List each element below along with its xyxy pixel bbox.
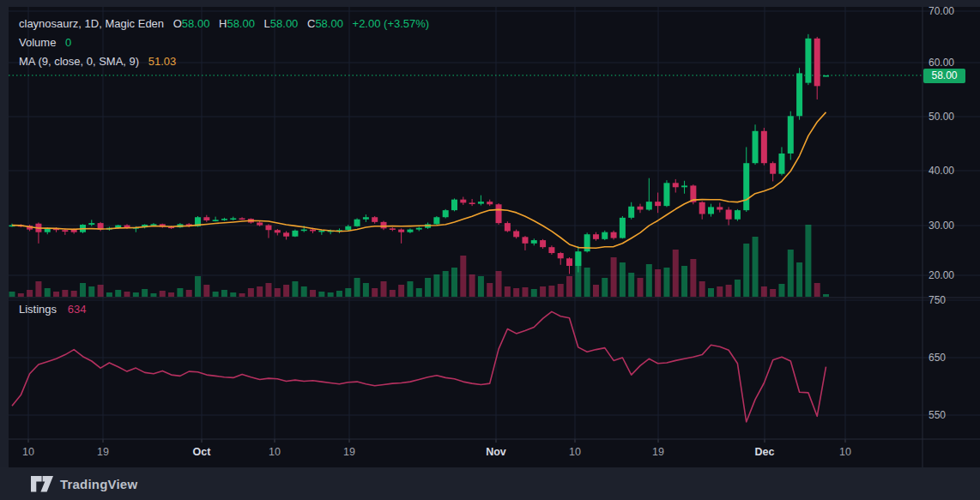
tradingview-brand[interactable]: TradingView	[60, 477, 137, 491]
volume-bar	[80, 283, 86, 297]
volume-bar	[540, 286, 546, 297]
time-tick-label: Nov	[486, 446, 506, 458]
candle-body	[663, 183, 669, 206]
candle-body	[451, 200, 457, 210]
volume-bar	[602, 278, 608, 297]
candle-body	[646, 202, 652, 209]
volume-value: 0	[65, 36, 71, 49]
volume-bar	[761, 286, 767, 297]
time-tick-label: 10	[839, 446, 851, 458]
volume-bar	[433, 274, 439, 297]
candle-body	[487, 202, 493, 204]
candle-body	[203, 217, 209, 220]
volume-bar	[796, 262, 802, 297]
volume-bar	[239, 293, 245, 297]
high-label: H	[219, 17, 227, 30]
volume-bar	[248, 288, 254, 297]
candle-body	[708, 207, 714, 214]
volume-bar	[407, 281, 413, 297]
volume-row[interactable]: Volume 0	[19, 33, 429, 52]
volume-bar	[460, 256, 466, 297]
time-tick-label: 19	[97, 446, 109, 458]
price-tick-label: 550	[929, 409, 946, 421]
volume-bar	[513, 288, 519, 297]
close-label: C	[307, 17, 315, 30]
high-value: 58.00	[227, 17, 255, 30]
volume-bar	[638, 278, 644, 297]
candle-body	[381, 222, 387, 228]
symbol-legend[interactable]: claynosaurz, 1D, Magic Eden O58.00 H58.0…	[19, 15, 429, 71]
tradingview-logo-icon[interactable]	[31, 476, 53, 492]
candle-body	[443, 210, 449, 217]
volume-bar	[487, 283, 493, 297]
volume-bar	[160, 291, 166, 297]
candle-body	[566, 258, 572, 266]
volume-bar	[310, 290, 316, 297]
candle-body	[513, 231, 519, 237]
candle-body	[407, 230, 413, 232]
candle-body	[620, 218, 626, 238]
ma-row[interactable]: MA (9, close, 0, SMA, 9) 51.03	[19, 52, 429, 71]
price-tick-label: 20.00	[929, 269, 954, 281]
candle-body	[372, 217, 378, 222]
volume-bar	[221, 290, 227, 297]
symbol-row[interactable]: claynosaurz, 1D, Magic Eden O58.00 H58.0…	[19, 15, 429, 33]
volume-bar	[522, 287, 528, 297]
candle-body	[805, 39, 811, 83]
candle-body	[717, 207, 723, 209]
candle-body	[283, 232, 289, 236]
volume-bar	[620, 262, 626, 297]
listings-label: Listings	[19, 303, 57, 316]
volume-bar	[124, 292, 130, 297]
volume-bar	[628, 273, 634, 297]
low-value: 58.00	[270, 17, 299, 30]
volume-bar	[345, 288, 351, 297]
volume-bar	[71, 291, 77, 297]
volume-bar	[778, 284, 784, 297]
volume-bar	[496, 271, 502, 297]
open-value: 58.00	[182, 17, 210, 30]
price-tick-label: 750	[929, 294, 946, 306]
candle-body	[735, 210, 741, 220]
candle-body	[88, 223, 94, 225]
listings-legend[interactable]: Listings 634	[19, 303, 86, 316]
candle-body	[213, 220, 219, 221]
candle-body	[221, 219, 227, 220]
volume-bar	[177, 288, 183, 297]
time-tick-label: Oct	[193, 446, 211, 458]
price-tick-label: 70.00	[929, 5, 954, 17]
volume-bar	[548, 286, 554, 297]
candle-body	[398, 230, 404, 232]
candle-body	[761, 131, 767, 163]
volume-bar	[655, 269, 661, 297]
candle-body	[531, 240, 537, 244]
candle-body	[478, 202, 484, 203]
chart-window: claynosaurz, 1D, Magic Eden O58.00 H58.0…	[0, 0, 980, 500]
volume-bar	[823, 294, 829, 297]
volume-bar	[743, 244, 749, 297]
candle-body	[433, 217, 439, 224]
candle-body	[345, 226, 351, 230]
volume-bar	[788, 250, 794, 297]
candle-body	[655, 202, 661, 206]
volume-bar	[646, 264, 652, 297]
candle-body	[584, 234, 590, 251]
time-tick-label: 10	[22, 446, 34, 458]
volume-bar	[275, 288, 281, 297]
volume-bar	[805, 225, 811, 297]
volume-bar	[443, 271, 449, 297]
volume-bar	[257, 286, 263, 297]
candle-body	[230, 218, 236, 220]
candle-body	[602, 232, 608, 239]
volume-bar	[416, 288, 422, 297]
candle-body	[416, 228, 422, 230]
candle-body	[823, 75, 829, 77]
volume-bar	[753, 237, 759, 297]
candle-body	[681, 185, 687, 187]
volume-bar	[150, 293, 156, 297]
last-price-label: 58.00	[923, 69, 965, 83]
candle-body	[558, 253, 564, 258]
candle-body	[778, 154, 784, 174]
symbol-title[interactable]: claynosaurz, 1D, Magic Eden	[19, 17, 164, 30]
volume-bar	[142, 289, 148, 297]
